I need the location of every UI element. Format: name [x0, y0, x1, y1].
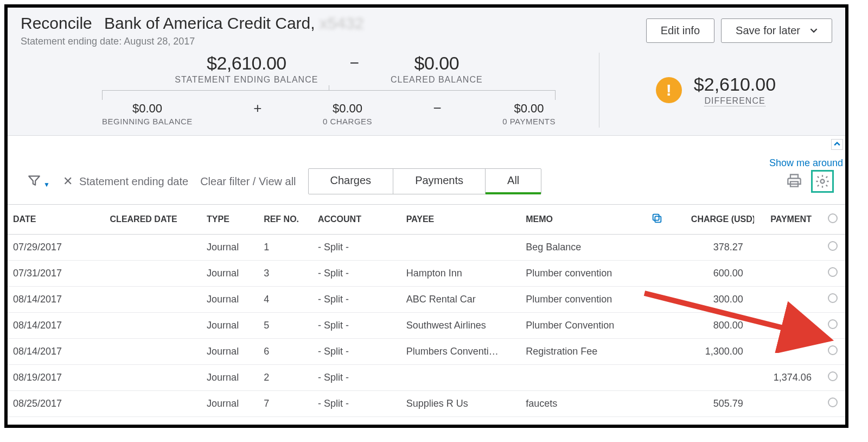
filter-icon[interactable] [27, 173, 41, 190]
save-for-later-button[interactable]: Save for later [721, 18, 832, 43]
cell-cleared [105, 339, 202, 365]
svg-point-0 [821, 180, 825, 184]
edit-info-button[interactable]: Edit info [646, 18, 714, 43]
cell-ref: 2 [258, 365, 312, 391]
svg-rect-1 [655, 216, 661, 222]
cell-ref: 5 [258, 313, 312, 339]
cell-ref: 7 [258, 391, 312, 417]
collapse-toggle[interactable] [831, 139, 843, 150]
payments-total: $0.00 0 PAYMENTS [502, 102, 556, 126]
cell-account: - Split - [312, 287, 401, 313]
col-date[interactable]: DATE [8, 205, 105, 235]
col-payment[interactable]: PAYMENT [754, 205, 822, 235]
cell-copy [646, 339, 686, 365]
cell-type: Journal [201, 313, 258, 339]
cell-copy [646, 261, 686, 287]
filter-dropdown-icon[interactable]: ▼ [43, 181, 50, 188]
cell-select[interactable] [822, 313, 845, 339]
minus-icon: − [340, 54, 369, 84]
table-header-row: DATE CLEARED DATE TYPE REF NO. ACCOUNT P… [8, 205, 845, 235]
settings-gear-icon[interactable] [813, 172, 832, 191]
cell-type: Journal [201, 235, 258, 261]
cell-date: 07/31/2017 [8, 261, 105, 287]
cell-select[interactable] [822, 287, 845, 313]
cell-date: 08/19/2017 [8, 365, 105, 391]
cell-copy [646, 235, 686, 261]
cell-date: 08/14/2017 [8, 339, 105, 365]
statement-ending-subtitle: Statement ending date: August 28, 2017 [21, 36, 646, 47]
cell-account: - Split - [312, 313, 401, 339]
tab-charges[interactable]: Charges [309, 169, 394, 194]
cell-charge: 300.00 [686, 287, 754, 313]
cell-payment [754, 261, 822, 287]
cell-payment [754, 339, 822, 365]
table-row[interactable]: 07/29/2017Journal1- Split -Beg Balance37… [8, 235, 845, 261]
transactions-table: DATE CLEARED DATE TYPE REF NO. ACCOUNT P… [8, 204, 845, 417]
cell-select[interactable] [822, 339, 845, 365]
print-icon[interactable] [787, 173, 802, 190]
clear-chip-icon[interactable]: ✕ [63, 174, 73, 188]
col-ref-no[interactable]: REF NO. [258, 205, 312, 235]
cell-ref: 3 [258, 261, 312, 287]
cell-payment [754, 313, 822, 339]
cell-payee: Supplies R Us [401, 391, 521, 417]
col-type[interactable]: TYPE [201, 205, 258, 235]
cell-select[interactable] [822, 365, 845, 391]
col-copy[interactable] [646, 205, 686, 235]
cell-payee: Plumbers Conventi… [401, 339, 521, 365]
cell-select[interactable] [822, 261, 845, 287]
cell-account: - Split - [312, 365, 401, 391]
charges-total: $0.00 0 CHARGES [323, 102, 372, 126]
cell-date: 08/14/2017 [8, 313, 105, 339]
col-cleared-date[interactable]: CLEARED DATE [105, 205, 202, 235]
cell-charge: 800.00 [686, 313, 754, 339]
table-row[interactable]: 08/25/2017Journal7- Split -Supplies R Us… [8, 391, 845, 417]
cell-cleared [105, 287, 202, 313]
cell-account: - Split - [312, 339, 401, 365]
cell-account: - Split - [312, 391, 401, 417]
table-row[interactable]: 08/14/2017Journal4- Split -ABC Rental Ca… [8, 287, 845, 313]
col-select-all[interactable] [822, 205, 845, 235]
table-row[interactable]: 08/14/2017Journal5- Split -Southwest Air… [8, 313, 845, 339]
beginning-balance: $0.00 BEGINNING BALANCE [102, 102, 193, 126]
statement-ending-balance: $2,610.00 STATEMENT ENDING BALANCE [175, 53, 318, 85]
account-suffix: x5432 [320, 14, 364, 33]
cell-select[interactable] [822, 235, 845, 261]
cell-date: 08/14/2017 [8, 287, 105, 313]
difference-block: $2,610.00 DIFFERENCE [694, 74, 776, 106]
col-account[interactable]: ACCOUNT [312, 205, 401, 235]
cell-ref: 6 [258, 339, 312, 365]
cell-copy [646, 313, 686, 339]
cell-payment [754, 235, 822, 261]
clear-filter-link[interactable]: Clear filter / View all [200, 175, 296, 188]
cell-payee: ABC Rental Car [401, 287, 521, 313]
table-row[interactable]: 07/31/2017Journal3- Split -Hampton InnPl… [8, 261, 845, 287]
cell-cleared [105, 391, 202, 417]
bracket-divider [102, 90, 556, 100]
cell-memo: Registration Fee [520, 339, 646, 365]
chevron-down-icon [810, 24, 818, 37]
plus-icon: + [253, 100, 261, 128]
cell-payee: Southwest Airlines [401, 313, 521, 339]
minus-icon: − [433, 100, 442, 128]
cell-cleared [105, 365, 202, 391]
table-row[interactable]: 08/19/2017Journal2- Split -1,374.06 [8, 365, 845, 391]
cell-account: - Split - [312, 261, 401, 287]
tab-all[interactable]: All [486, 169, 541, 194]
col-charge[interactable]: CHARGE (USD) [686, 205, 754, 235]
cell-memo: Beg Balance [520, 235, 646, 261]
cell-type: Journal [201, 287, 258, 313]
table-row[interactable]: 08/14/2017Journal6- Split -Plumbers Conv… [8, 339, 845, 365]
cell-cleared [105, 313, 202, 339]
col-payee[interactable]: PAYEE [401, 205, 521, 235]
cell-copy [646, 365, 686, 391]
svg-rect-2 [653, 214, 659, 220]
show-me-around-link[interactable]: Show me around [769, 157, 843, 169]
col-memo[interactable]: MEMO [520, 205, 646, 235]
cell-select[interactable] [822, 391, 845, 417]
cell-type: Journal [201, 365, 258, 391]
cell-account: - Split - [312, 235, 401, 261]
cell-payee: Hampton Inn [401, 261, 521, 287]
tab-payments[interactable]: Payments [393, 169, 486, 194]
cell-charge: 1,300.00 [686, 339, 754, 365]
